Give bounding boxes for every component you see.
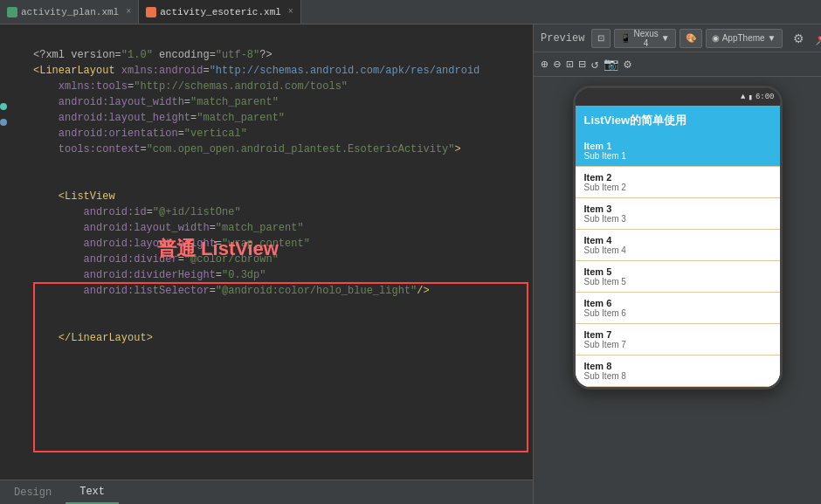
tab-plan-xml[interactable]: activity_plan.xml × (0, 0, 139, 24)
tab-plan-label: activity_plan.xml (21, 7, 119, 17)
code-line-blank2 (33, 173, 526, 189)
code-line-1: <?xml version="1.0" encoding="utf-8"?> (33, 47, 526, 63)
theme-btn[interactable]: ◉ AppTheme ▼ (706, 29, 783, 48)
code-line-3: xmlns:tools="http://schemas.android.com/… (33, 79, 526, 94)
code-line (33, 31, 526, 47)
code-line-listview: <ListView (33, 189, 526, 204)
list-item-8[interactable]: Item 8 Sub Item 8 (576, 356, 780, 387)
code-editor[interactable]: <?xml version="1.0" encoding="utf-8"?> <… (33, 31, 533, 346)
list-item-title-7: Item 7 (584, 329, 771, 340)
code-line-width: android:layout_width="match_parent" (33, 220, 526, 236)
tab-esoteric-xml[interactable]: activity_esoteric.xml × (139, 0, 301, 24)
list-item-sub-6: Sub Item 6 (584, 308, 771, 318)
code-line-height: android:layout_height="wrap_content" (33, 236, 526, 252)
zoom-in-icon[interactable]: ⊕ (541, 57, 548, 72)
code-line-6: android:orientation="vertical" (33, 126, 526, 142)
phone-icon: 📱 (620, 33, 631, 43)
tab-esoteric-label: activity_esoteric.xml (160, 7, 281, 17)
code-line-5: android:layout_height="match_parent" (33, 110, 526, 126)
screenshot-btn[interactable]: ⊡ (591, 29, 611, 48)
list-item-5[interactable]: Item 5 Sub Item 5 (576, 261, 780, 293)
list-item-sub-2: Sub Item 2 (584, 183, 771, 192)
code-panel: 普通 ListView <?xml version="1.0" encoding… (0, 24, 533, 504)
list-item-title-8: Item 8 (584, 361, 771, 371)
theme-icon: 🎨 (686, 33, 696, 43)
list-item-6[interactable]: Item 6 Sub Item 6 (576, 293, 780, 324)
pin-btn[interactable]: 📌 (811, 30, 821, 47)
code-line-divider-height: android:dividerHeight="0.3dp" (33, 267, 526, 283)
tab-bar: activity_plan.xml × activity_esoteric.xm… (0, 0, 821, 24)
battery-icon: ▮ (748, 93, 752, 102)
main-area: 普通 ListView <?xml version="1.0" encoding… (0, 24, 821, 504)
list-item-sub-3: Sub Item 3 (584, 214, 771, 224)
list-item-title-6: Item 6 (584, 298, 771, 308)
wifi-icon: ▲ (741, 93, 745, 101)
code-content[interactable]: 普通 ListView <?xml version="1.0" encoding… (0, 24, 533, 480)
status-time: 6:00 (755, 93, 775, 101)
zoom-out-icon[interactable]: ⊖ (553, 57, 560, 72)
xml-file-icon (7, 7, 17, 17)
list-item-sub-1: Sub Item 1 (584, 151, 771, 161)
app-titlebar: ListView的简单使用 (576, 106, 780, 135)
dropdown-icon: ▼ (661, 33, 670, 43)
list-item-title-2: Item 2 (584, 172, 771, 183)
list-item-sub-5: Sub Item 5 (584, 277, 771, 287)
zoom-actual-icon[interactable]: ⊟ (578, 57, 585, 72)
code-line-blank4 (33, 314, 526, 330)
zoom-fit-icon[interactable]: ⊡ (566, 57, 573, 72)
chinese-label: 普通 ListView (157, 241, 279, 257)
camera-icon[interactable]: 📷 (604, 57, 618, 72)
code-line-id: android:id="@+id/listOne" (33, 204, 526, 220)
list-item-sub-4: Sub Item 4 (584, 245, 771, 255)
xml-file-icon-2 (146, 7, 156, 17)
list-item-title-4: Item 4 (584, 235, 771, 245)
tab-esoteric-close[interactable]: × (288, 7, 293, 17)
list-item-4[interactable]: Item 4 Sub Item 4 (576, 230, 780, 261)
zoom-bar: ⊕ ⊖ ⊡ ⊟ ↺ 📷 ⚙ (534, 52, 821, 77)
code-line-7: tools:context="com.open_open.android_pla… (33, 142, 526, 157)
code-line-selector: android:listSelector="@android:color/hol… (33, 283, 526, 299)
preview-content: ▲ ▮ 6:00 ListView的简单使用 Item 1 Sub Item 1 (534, 77, 821, 504)
screenshot-icon: ⊡ (597, 33, 604, 43)
theme-btn-wrapper[interactable]: 🎨 (680, 29, 702, 48)
apptheme-icon: ◉ (712, 33, 720, 43)
tab-text[interactable]: Text (66, 480, 119, 504)
tab-design[interactable]: Design (0, 480, 66, 504)
list-item-title-5: Item 5 (584, 266, 771, 277)
list-item-2[interactable]: Item 2 Sub Item 2 (576, 167, 780, 198)
app-title: ListView的简单使用 (584, 114, 687, 127)
device-btn[interactable]: 📱 Nexus 4 ▼ (614, 29, 675, 48)
list-item-1[interactable]: Item 1 Sub Item 1 (576, 135, 780, 167)
gutter-marker-blue (0, 119, 7, 126)
list-item-sub-7: Sub Item 7 (584, 340, 771, 349)
phone-status-bar: ▲ ▮ 6:00 (576, 88, 780, 106)
list-item-7[interactable]: Item 7 Sub Item 7 (576, 324, 780, 356)
preview-panel: Preview ⊡ 📱 Nexus 4 ▼ 🎨 ◉ AppTheme ▼ ⚙ 📌 (533, 24, 821, 504)
gutter-marker-cyan (0, 103, 7, 110)
preview-toolbar: Preview ⊡ 📱 Nexus 4 ▼ 🎨 ◉ AppTheme ▼ ⚙ 📌 (534, 24, 821, 52)
tab-plan-close[interactable]: × (126, 7, 131, 17)
code-line-blank1 (33, 157, 526, 173)
code-line-close: </LinearLayout> (33, 330, 526, 346)
phone-mockup: ▲ ▮ 6:00 ListView的简单使用 Item 1 Sub Item 1 (573, 86, 783, 390)
theme-dropdown-icon: ▼ (768, 33, 776, 43)
preview-label: Preview (541, 32, 584, 45)
code-line-divider: android:divider="@color/cbrown" (33, 252, 526, 267)
code-line-4: android:layout_width="match_parent" (33, 94, 526, 110)
listview[interactable]: Item 1 Sub Item 1 Item 2 Sub Item 2 Item… (576, 135, 780, 387)
list-item-title-1: Item 1 (584, 141, 771, 151)
bottom-tabs: Design Text (0, 480, 533, 504)
left-gutter (0, 24, 7, 480)
list-item-3[interactable]: Item 3 Sub Item 3 (576, 198, 780, 230)
refresh-icon[interactable]: ↺ (591, 57, 598, 72)
list-item-title-3: Item 3 (584, 204, 771, 214)
settings-icon[interactable]: ⚙ (624, 57, 631, 72)
code-line-2: <LinearLayout xmlns:android="http://sche… (33, 63, 526, 79)
code-line-blank3 (33, 299, 526, 314)
status-icons: ▲ ▮ 6:00 (741, 93, 774, 102)
more-options-btn[interactable]: ⚙ (790, 30, 808, 47)
list-item-sub-8: Sub Item 8 (584, 371, 771, 381)
app-screen: ListView的简单使用 Item 1 Sub Item 1 Item 2 S… (576, 106, 780, 387)
